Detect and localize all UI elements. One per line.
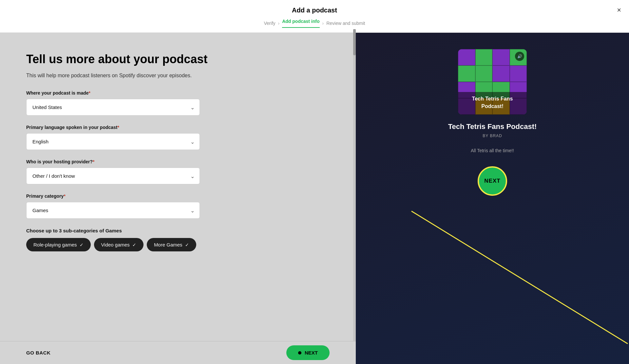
next-dot-icon — [298, 351, 301, 355]
tetris-cell — [458, 49, 475, 65]
form-title: Tell us more about your podcast — [26, 52, 330, 66]
hosting-select[interactable]: Other / I don't know Anchor Buzzsprout P… — [26, 168, 200, 184]
go-back-button[interactable]: GO BACK — [26, 350, 50, 355]
step-add-podcast-info: Add podcast info — [282, 19, 319, 28]
podcast-thumbnail: 🔊 Tech Tetris Fans Podcast! — [458, 49, 527, 115]
tetris-cell — [458, 65, 475, 82]
country-select[interactable]: United States United Kingdom Canada Aust… — [26, 99, 200, 116]
page-title: Add a podcast — [0, 7, 629, 14]
svg-line-0 — [411, 211, 628, 344]
step-sep-2: › — [322, 21, 324, 26]
language-field-group: Primary language spoken in your podcast*… — [26, 125, 330, 150]
tetris-cell — [492, 65, 510, 82]
preview-author: BY BRAD — [483, 134, 502, 138]
tetris-cell — [492, 49, 510, 65]
scrollbar-thumb[interactable] — [353, 29, 356, 55]
stepper: Verify › Add podcast info › Review and s… — [0, 19, 629, 32]
tag-video-games[interactable]: Video games ✓ — [94, 238, 143, 251]
close-button[interactable]: × — [617, 6, 621, 14]
category-field-group: Primary category* Games Technology Music… — [26, 193, 330, 219]
subcategory-group: Choose up to 3 sub-categories of Games R… — [26, 228, 330, 251]
country-select-wrapper: United States United Kingdom Canada Aust… — [26, 99, 200, 116]
tetris-cell — [475, 65, 493, 82]
country-label: Where your podcast is made* — [26, 90, 330, 96]
tag-role-playing[interactable]: Role-playing games ✓ — [26, 238, 91, 251]
tag-more-games[interactable]: More Games ✓ — [147, 238, 196, 251]
scrollbar-track[interactable] — [353, 29, 356, 341]
form-panel: Tell us more about your podcast This wil… — [0, 33, 356, 364]
next-highlight-wrapper: NEXT — [478, 166, 507, 196]
header: Add a podcast × Verify › Add podcast inf… — [0, 0, 629, 33]
podcast-card: 🔊 Tech Tetris Fans Podcast! — [458, 49, 527, 115]
preview-description: All Tetris all the time!! — [471, 148, 514, 153]
podcast-thumbnail-title: Tech Tetris Fans Podcast! — [458, 92, 527, 115]
check-icon-video-games: ✓ — [132, 242, 136, 247]
next-circle-button[interactable]: NEXT — [478, 166, 507, 196]
check-icon-more-games: ✓ — [185, 242, 189, 247]
preview-panel: 🔊 Tech Tetris Fans Podcast! Tech Tetris … — [356, 33, 629, 364]
language-label: Primary language spoken in your podcast* — [26, 125, 330, 130]
step-review-submit: Review and submit — [326, 21, 365, 26]
country-field-group: Where your podcast is made* United State… — [26, 90, 330, 116]
category-label: Primary category* — [26, 193, 330, 199]
hosting-select-wrapper: Other / I don't know Anchor Buzzsprout P… — [26, 168, 200, 184]
next-circle-label: NEXT — [484, 178, 500, 184]
check-icon-role-playing: ✓ — [80, 242, 84, 247]
preview-podcast-name: Tech Tetris Fans Podcast! — [448, 122, 537, 131]
tetris-cell — [510, 65, 527, 82]
step-sep-1: › — [278, 21, 280, 26]
bottom-bar: GO BACK NEXT — [0, 341, 356, 364]
subcategory-label: Choose up to 3 sub-categories of Games — [26, 228, 330, 233]
language-select[interactable]: English Spanish French German Other — [26, 133, 200, 150]
hosting-label: Who is your hosting provider?* — [26, 159, 330, 164]
hosting-field-group: Who is your hosting provider?* Other / I… — [26, 159, 330, 184]
category-select-wrapper: Games Technology Music Sports Comedy New… — [26, 202, 200, 219]
next-button-bottom[interactable]: NEXT — [286, 345, 330, 360]
main-layout: Tell us more about your podcast This wil… — [0, 33, 629, 364]
form-subtitle: This will help more podcast listeners on… — [26, 73, 330, 79]
tags-row: Role-playing games ✓ Video games ✓ More … — [26, 238, 330, 251]
tetris-cell — [475, 49, 493, 65]
language-select-wrapper: English Spanish French German Other ⌄ — [26, 133, 200, 150]
podcast-audio-icon: 🔊 — [515, 52, 524, 61]
category-select[interactable]: Games Technology Music Sports Comedy New… — [26, 202, 200, 219]
step-verify: Verify — [264, 21, 276, 26]
